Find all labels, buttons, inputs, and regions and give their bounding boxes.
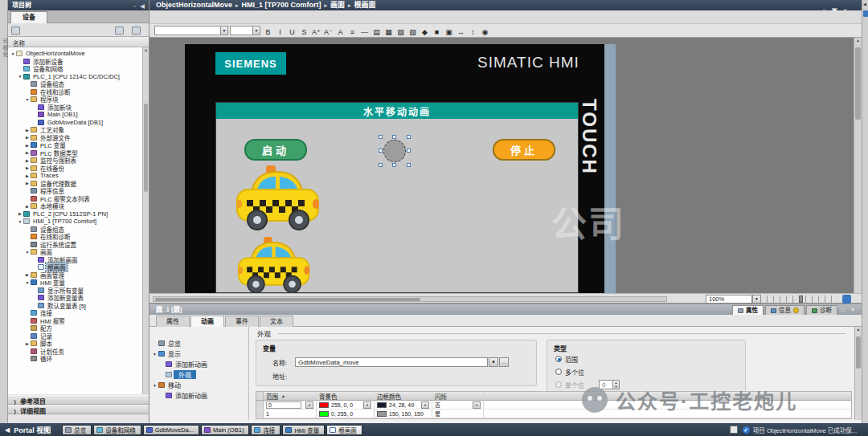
taxi-image[interactable] [237, 237, 311, 293]
format-tool-button[interactable]: A [335, 27, 346, 38]
format-tool-button[interactable]: ↕ [468, 27, 478, 38]
screen-editor-canvas[interactable]: SIEMENS SIMATIC HMI TOUCH 水平移动动画 启动 停止 [149, 38, 854, 293]
expander-icon[interactable]: ▶ [24, 341, 31, 346]
border-color-cell[interactable]: 150, 150, 150 [375, 410, 432, 418]
reference-projects-bar[interactable]: ❭参考项目 [8, 395, 149, 405]
expander-icon[interactable]: ▶ [24, 173, 31, 178]
dropdown-icon[interactable]: ▼ [473, 401, 481, 409]
tree-item[interactable]: ▶脚本 [8, 340, 143, 348]
font-family-combo[interactable]: ▼ [154, 26, 228, 35]
tree-item[interactable]: 根画面 [8, 263, 143, 271]
format-tool-button[interactable]: ▧ [395, 27, 406, 38]
format-tool-button[interactable]: — [359, 27, 370, 38]
tag-dropdown-icon[interactable]: ▼ [489, 357, 498, 367]
tree-item[interactable]: 设备组态 [8, 226, 143, 234]
taskbar-button[interactable]: 根画面 [326, 425, 362, 435]
tree-scrollbar-thumb[interactable] [144, 104, 148, 192]
expander-icon[interactable]: ▼ [24, 250, 31, 255]
tree-item[interactable]: 添加新设备 [8, 58, 143, 66]
tree-item[interactable]: 添加新画面 [8, 256, 143, 264]
inspector-tab-diagnostics[interactable]: 诊断 [806, 305, 837, 315]
portal-back-icon[interactable]: ◀ [5, 426, 10, 434]
format-tool-button[interactable]: ▤ [371, 27, 382, 38]
taskbar-button[interactable]: GdbMoveDa... [143, 425, 199, 435]
tree-column-header[interactable]: 名称 [8, 37, 149, 47]
format-tool-button[interactable]: I [275, 27, 285, 38]
taskbar-button[interactable]: 连接 [251, 425, 280, 435]
tree-item[interactable]: 添加新动画 [149, 390, 248, 401]
flash-cell[interactable]: 是 [432, 410, 484, 418]
tab-动画[interactable]: 动画 [190, 316, 224, 327]
go-online-icon[interactable] [132, 26, 141, 35]
tree-item[interactable]: PLC 报警文本列表 [8, 195, 143, 203]
tree-item[interactable]: GdbMoveData [DB1] [8, 119, 143, 127]
resize-handle[interactable] [379, 163, 383, 167]
tree-item[interactable]: ▶外部源文件 [8, 134, 143, 142]
expander-icon[interactable]: ▶ [17, 211, 23, 216]
dropdown-icon[interactable]: ▼ [305, 401, 313, 409]
inspector-scrollbar-thumb[interactable] [856, 336, 861, 369]
row-selector-cell[interactable] [256, 410, 264, 418]
circle-shape[interactable] [383, 140, 406, 162]
format-tool-button[interactable]: ↔ [456, 27, 466, 38]
radio-icon[interactable] [555, 369, 562, 375]
details-view-bar[interactable]: ❭详细视图 [8, 405, 149, 414]
column-header-1[interactable]: 背景色 [317, 392, 375, 400]
tree-item[interactable]: 默认变量表 [5] [8, 302, 143, 310]
inspector-scrollbar[interactable]: ▲ [854, 327, 862, 420]
taskbar-button[interactable]: HMI 变量 [282, 425, 325, 435]
tree-item[interactable]: 在线和诊断 [8, 88, 143, 96]
tab-事件[interactable]: 事件 [225, 316, 259, 327]
tab-文本[interactable]: 文本 [260, 316, 293, 327]
right-panel-strip[interactable]: ◀ [862, 0, 868, 423]
expander-icon[interactable]: ▶ [24, 128, 31, 132]
expander-icon[interactable]: ▼ [17, 219, 23, 224]
tree-item[interactable]: 设备和网络 [8, 65, 143, 73]
tree-item[interactable]: 配方 [8, 324, 143, 332]
stop-button[interactable]: 停止 [493, 139, 555, 161]
tag-name-input[interactable]: GdbMoveData_move [295, 357, 488, 367]
collapse-right-icon[interactable]: ◀ [863, 2, 866, 6]
fit-to-screen-icon[interactable] [842, 295, 851, 304]
expander-icon[interactable]: ▶ [24, 150, 31, 155]
tree-item[interactable]: ▶本地模块 [8, 202, 143, 210]
tab-属性[interactable]: 属性 [156, 316, 190, 327]
start-button[interactable]: 启动 [244, 139, 307, 161]
radio-option[interactable]: 多个位 [555, 365, 745, 378]
format-tool-button[interactable]: ◆ [420, 27, 430, 38]
radio-icon[interactable] [555, 356, 562, 362]
tree-item[interactable]: 添加新块 [8, 104, 143, 112]
chevron-down-icon[interactable]: ▼ [252, 26, 260, 35]
expander-icon[interactable]: ▶ [24, 158, 31, 163]
tree-item[interactable]: ▼PLC_1 [CPU 1214C DC/DC/DC] [8, 73, 143, 81]
resize-handle[interactable] [407, 163, 411, 167]
tree-item[interactable]: ▶PLC_2 [CPU 1512SP-1 PN] [8, 210, 143, 218]
taskbar-button[interactable]: 设备和网络 [93, 425, 141, 435]
canvas-vertical-scrollbar[interactable]: ▲ [854, 38, 862, 293]
format-tool-button[interactable]: ≡ [347, 27, 358, 38]
zoom-level-field[interactable]: 100% [706, 295, 752, 304]
flash-cell[interactable]: 否▼ [432, 401, 484, 409]
tree-item[interactable]: ▶画面管理 [8, 271, 143, 279]
format-tool-button[interactable]: ▦ [383, 27, 394, 38]
tree-item[interactable]: HMI 报警 [8, 317, 143, 325]
font-size-combo[interactable]: ▼ [230, 26, 260, 35]
breadcrumb-item[interactable]: ObjectHorizontalMove [156, 1, 232, 9]
collapsed-panel-strip[interactable]: 可视化 [0, 0, 8, 423]
tree-item[interactable]: ▼ObjectHorizontalMove [8, 50, 143, 58]
resize-handle[interactable] [407, 149, 411, 153]
taskbar-button[interactable]: Main (OB1) [201, 425, 249, 435]
resize-handle[interactable] [392, 163, 396, 167]
taxi-image[interactable] [235, 165, 321, 231]
expander-icon[interactable]: ▼ [17, 74, 23, 79]
format-tool-button[interactable]: B [263, 27, 273, 38]
format-tool-button[interactable]: A⁻ [323, 27, 334, 38]
dropdown-icon[interactable]: ▼ [363, 401, 371, 409]
canvas-hscroll-thumb[interactable] [155, 298, 420, 301]
tree-item[interactable]: 设备组态 [8, 80, 143, 88]
tree-item[interactable]: 总览 [149, 338, 248, 348]
inspector-window-buttons[interactable]: ▢ ▼ [841, 307, 857, 312]
tag-browse-icon[interactable]: … [499, 357, 509, 367]
tree-item[interactable]: 记录 [8, 332, 143, 340]
chevron-down-icon[interactable]: ▼ [220, 26, 227, 35]
